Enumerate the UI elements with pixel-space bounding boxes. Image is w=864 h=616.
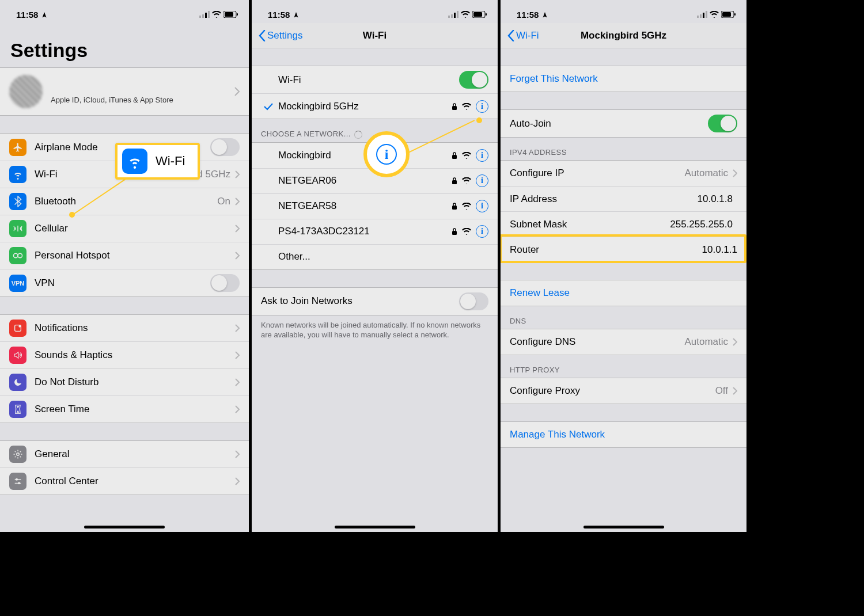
appleid-row[interactable]: Apple ID, iCloud, iTunes & App Store [0, 67, 249, 116]
svg-rect-16 [454, 13, 456, 18]
nav-bar: Wi-Fi Mockingbird 5GHz [501, 23, 746, 48]
general-row[interactable]: General [0, 441, 249, 467]
screen-wifi: 11:58 Settings Wi-Fi Wi-Fi Mockingbird 5… [249, 0, 498, 532]
ask-join-toggle[interactable] [459, 292, 488, 310]
status-time: 11:58 [517, 10, 548, 20]
dns-group: Configure DNS Automatic [501, 329, 746, 355]
info-button[interactable]: i [476, 174, 488, 187]
wifi-toggle-row[interactable]: Wi-Fi [252, 66, 498, 93]
row-value: 10.0.1.8 [698, 193, 733, 205]
svg-rect-2 [205, 13, 207, 18]
back-button[interactable]: Wi-Fi [507, 30, 539, 41]
home-indicator[interactable] [84, 526, 165, 528]
chevron-right-icon [235, 351, 240, 359]
battery-icon [721, 11, 736, 18]
row-label: Configure IP [510, 168, 684, 179]
airplane-toggle[interactable] [210, 138, 240, 156]
callout-dot [69, 212, 75, 218]
row-label: Personal Hotspot [35, 250, 235, 261]
configure-proxy-row[interactable]: Configure Proxy Off [501, 378, 746, 404]
wifi-toggle[interactable] [459, 71, 488, 89]
chevron-right-icon [235, 405, 240, 413]
bluetooth-row[interactable]: Bluetooth On [0, 188, 249, 215]
wifi-icon [122, 149, 147, 174]
avatar [9, 75, 43, 108]
autojoin-toggle[interactable] [708, 115, 737, 132]
row-label: Bluetooth [35, 196, 217, 207]
row-label: Subnet Mask [510, 219, 670, 230]
chevron-right-icon [235, 324, 240, 332]
appleid-subtitle: Apple ID, iCloud, iTunes & App Store [51, 96, 173, 104]
svg-point-13 [18, 482, 20, 484]
hotspot-icon [9, 247, 26, 264]
callout-wifi: Wi-Fi [115, 143, 200, 180]
back-label: Settings [267, 30, 302, 41]
row-label: Configure Proxy [510, 385, 715, 397]
home-indicator[interactable] [335, 526, 415, 528]
hotspot-row[interactable]: Personal Hotspot [0, 242, 249, 269]
cellular-row[interactable]: Cellular [0, 215, 249, 242]
dnd-row[interactable]: Do Not Disturb [0, 368, 249, 396]
forget-group: Forget This Network [501, 66, 746, 92]
info-button[interactable]: i [476, 100, 488, 113]
info-icon: i [376, 144, 397, 165]
ipv4-header: IPV4 ADDRESS [501, 138, 746, 160]
svg-point-8 [18, 253, 22, 258]
vpn-row[interactable]: VPN VPN [0, 269, 249, 296]
other-network-row[interactable]: Other... [252, 244, 498, 269]
callout-label: Wi-Fi [156, 154, 185, 169]
row-label: Do Not Disturb [35, 377, 235, 388]
svg-rect-27 [700, 14, 702, 18]
info-button[interactable]: i [476, 225, 488, 238]
info-button[interactable]: i [476, 200, 488, 212]
autojoin-row[interactable]: Auto-Join [501, 110, 746, 137]
vpn-icon: VPN [9, 275, 26, 292]
home-indicator[interactable] [583, 526, 664, 528]
svg-point-11 [17, 453, 20, 456]
sounds-row[interactable]: Sounds & Haptics [0, 341, 249, 368]
row-detail: On [217, 196, 230, 207]
nav-bar: Settings Wi-Fi [252, 23, 498, 48]
network-name: NETGEAR06 [278, 175, 452, 187]
screentime-row[interactable]: Screen Time [0, 396, 249, 423]
status-icons [448, 11, 487, 18]
svg-rect-21 [452, 106, 457, 110]
svg-rect-5 [225, 12, 233, 17]
back-button[interactable]: Settings [259, 30, 302, 41]
ask-join-row[interactable]: Ask to Join Networks [252, 288, 498, 315]
chevron-right-icon [234, 87, 240, 96]
page-title: Settings [0, 23, 249, 67]
svg-rect-0 [199, 16, 201, 18]
vpn-toggle[interactable] [210, 274, 240, 292]
proxy-header: HTTP PROXY [501, 355, 746, 378]
battery-icon [472, 11, 487, 18]
row-label: Router [510, 244, 702, 256]
svg-point-7 [14, 253, 18, 258]
network-row[interactable]: NETGEAR58i [252, 193, 498, 219]
svg-rect-17 [457, 11, 458, 18]
svg-rect-24 [452, 206, 457, 210]
network-row[interactable]: PS4-173A3DC23121i [252, 219, 498, 244]
autojoin-group: Auto-Join [501, 109, 746, 138]
status-time: 11:58 [268, 10, 300, 20]
callout-info: i [363, 131, 410, 177]
network-name: Mockingbird 5GHz [278, 101, 452, 112]
manage-network-button[interactable]: Manage This Network [501, 422, 746, 447]
row-label: General [35, 448, 235, 460]
row-label: Notifications [35, 322, 235, 334]
wifi-toggle-group: Wi-Fi Mockingbird 5GHz i [252, 66, 498, 119]
configure-dns-row[interactable]: Configure DNS Automatic [501, 329, 746, 355]
forget-network-button[interactable]: Forget This Network [501, 66, 746, 92]
chevron-right-icon [733, 387, 737, 395]
notifications-row[interactable]: Notifications [0, 315, 249, 341]
info-button[interactable]: i [476, 149, 488, 162]
wifi-strength-icon [462, 228, 471, 235]
configure-ip-row[interactable]: Configure IP Automatic [501, 161, 746, 186]
controlcenter-row[interactable]: Control Center [0, 467, 249, 495]
chevron-left-icon [507, 30, 514, 41]
status-icons [199, 11, 238, 18]
connected-network-row[interactable]: Mockingbird 5GHz i [252, 93, 498, 119]
svg-rect-25 [452, 231, 457, 235]
lock-icon [452, 227, 457, 235]
renew-lease-button[interactable]: Renew Lease [501, 280, 746, 306]
